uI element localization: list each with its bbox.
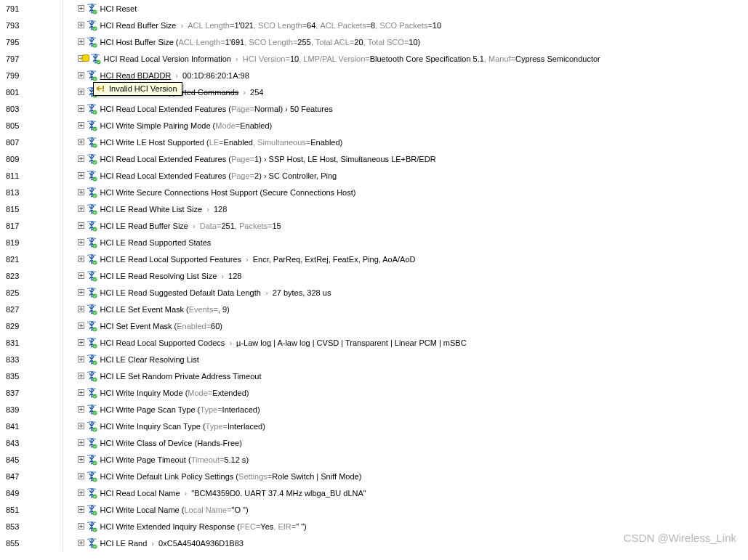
trace-row[interactable]: 809HCI Read Local Extended Features (Pag… xyxy=(0,150,748,167)
trace-row[interactable]: 803HCI Read Local Extended Features (Pag… xyxy=(0,100,748,117)
expand-icon[interactable] xyxy=(78,89,84,95)
param-value: 5.12 s xyxy=(224,455,246,464)
trace-row[interactable]: 849HCI Read Local Name › "BCM4359D0. UAR… xyxy=(0,484,748,501)
expand-icon[interactable] xyxy=(78,72,84,78)
expand-icon[interactable] xyxy=(78,506,84,513)
trace-row[interactable]: 833HCI LE Clear Resolving List xyxy=(0,351,748,368)
trace-row[interactable]: 823HCI LE Read Resolving List Size › 128 xyxy=(0,267,748,284)
trace-row[interactable]: 807HCI Write LE Host Supported (LE=Enabl… xyxy=(0,134,748,150)
trace-row[interactable]: 853HCI Write Extended Inquiry Response (… xyxy=(0,518,748,535)
frame-number: 829 xyxy=(0,317,63,334)
param-value: "O " xyxy=(232,506,246,514)
separator-icon: › xyxy=(171,71,182,80)
expand-icon[interactable] xyxy=(78,206,84,212)
trace-row[interactable]: 821HCI LE Read Local Supported Features … xyxy=(0,251,748,267)
param-key: Type xyxy=(206,422,223,431)
trace-row[interactable]: 829HCI Set Event Mask (Enabled=60) xyxy=(0,317,748,334)
expand-icon[interactable] xyxy=(78,189,84,195)
frame-number: 807 xyxy=(0,134,63,150)
expand-icon[interactable] xyxy=(78,456,84,463)
packet-title: HCI Read Local Extended Features xyxy=(100,155,227,163)
trace-row[interactable]: 841HCI Write Inquiry Scan Type (Type=Int… xyxy=(0,418,748,434)
frame-number: 791 xyxy=(0,0,63,17)
bluetooth-packet-icon xyxy=(86,320,97,332)
trace-row[interactable]: 813HCI Write Secure Connections Host Sup… xyxy=(0,184,748,200)
expand-icon[interactable] xyxy=(78,289,84,296)
frame-summary: HCI Read Local Supported Codecs › µ-Law … xyxy=(63,334,748,351)
expand-icon[interactable] xyxy=(78,5,84,12)
tooltip-arrow-icon xyxy=(97,85,107,94)
expand-icon[interactable] xyxy=(78,523,84,529)
trace-row[interactable]: 799HCI Read BDADDR › 00:1D:86:20:1A:98 xyxy=(0,67,748,84)
expand-icon[interactable] xyxy=(78,439,84,446)
bluetooth-packet-icon xyxy=(86,153,97,165)
trace-row[interactable]: 835HCI LE Set Random Private Address Tim… xyxy=(0,368,748,384)
trace-row[interactable]: 805HCI Write Simple Pairing Mode (Mode=E… xyxy=(0,117,748,134)
param-value: µ-Law log | A-law log | CVSD | Transpare… xyxy=(236,338,467,347)
trace-row[interactable]: 827HCI LE Set Event Mask (Events=, 9) xyxy=(0,301,748,317)
expand-icon[interactable] xyxy=(78,473,84,479)
bluetooth-packet-icon xyxy=(86,120,97,131)
trace-row[interactable]: 793HCI Read Buffer Size › ACL Length=1'0… xyxy=(0,17,748,33)
trace-row[interactable]: 791HCI Reset xyxy=(0,0,748,17)
trace-row[interactable]: 847HCI Write Default Link Policy Setting… xyxy=(0,468,748,484)
expand-icon[interactable] xyxy=(78,256,84,262)
trace-row[interactable]: 811HCI Read Local Extended Features (Pag… xyxy=(0,167,748,184)
expand-icon[interactable] xyxy=(78,239,84,245)
param-key: Timeout xyxy=(191,455,220,464)
trace-row[interactable]: 825HCI LE Read Suggested Default Data Le… xyxy=(0,284,748,301)
expand-icon[interactable] xyxy=(78,139,84,145)
frame-summary: HCI Read Local Extended Features (Page=1… xyxy=(63,150,748,167)
trace-row[interactable]: 831HCI Read Local Supported Codecs › µ-L… xyxy=(0,334,748,351)
param-value: Interlaced xyxy=(222,405,257,414)
trace-row[interactable]: 843HCI Write Class of Device (Hands-Free… xyxy=(0,434,748,451)
param-value: 1'691 xyxy=(225,38,245,46)
warning-overlay-icon xyxy=(82,54,89,62)
bluetooth-packet-icon xyxy=(86,354,97,365)
trace-row[interactable]: 817HCI LE Read Buffer Size › Data=251, P… xyxy=(0,217,748,234)
bluetooth-packet-icon xyxy=(86,387,97,399)
param-value: Enabled xyxy=(310,138,339,147)
trace-row[interactable]: 795HCI Host Buffer Size (ACL Length=1'69… xyxy=(0,33,748,50)
trace-row[interactable]: 815HCI LE Read White List Size › 128 xyxy=(0,200,748,217)
trace-row[interactable]: 819HCI LE Read Supported States xyxy=(0,234,748,251)
frame-number: 823 xyxy=(0,267,63,284)
expand-icon[interactable] xyxy=(78,389,84,396)
trace-row[interactable]: 845HCI Write Page Timeout (Timeout=5.12 … xyxy=(0,451,748,468)
frame-number: 813 xyxy=(0,184,63,200)
param-key: Page xyxy=(231,105,250,113)
separator-icon: › xyxy=(147,539,158,548)
expand-icon[interactable] xyxy=(78,122,84,129)
packet-title: HCI Read Buffer Size xyxy=(100,21,177,30)
param-value: 10 xyxy=(409,38,417,46)
expand-icon[interactable] xyxy=(78,406,84,413)
expand-icon[interactable] xyxy=(78,306,84,312)
frame-number: 811 xyxy=(0,167,63,184)
trace-row[interactable]: 839HCI Write Page Scan Type (Type=Interl… xyxy=(0,401,748,418)
expand-icon[interactable] xyxy=(78,22,84,28)
trace-row[interactable]: 855HCI LE Rand › 0xC5A4540A936D1B83 xyxy=(0,535,748,551)
frame-number: 817 xyxy=(0,217,63,234)
expand-icon[interactable] xyxy=(78,356,84,362)
param-value: 251 xyxy=(221,222,234,230)
expand-icon[interactable] xyxy=(78,322,84,329)
trace-row[interactable]: 851HCI Write Local Name (Local Name="O "… xyxy=(0,501,748,518)
expand-icon[interactable] xyxy=(78,172,84,179)
expand-icon[interactable] xyxy=(78,339,84,346)
expand-icon[interactable] xyxy=(78,105,84,112)
expand-icon[interactable] xyxy=(78,373,84,379)
expand-icon[interactable] xyxy=(78,423,84,429)
expand-icon[interactable] xyxy=(78,222,84,229)
packet-title: HCI Write Page Scan Type xyxy=(100,405,196,414)
expand-icon[interactable] xyxy=(78,490,84,496)
expand-icon[interactable] xyxy=(78,38,84,45)
trace-row[interactable]: 797HCI Read Local Version Information › … xyxy=(0,50,748,67)
frame-number: 841 xyxy=(0,418,63,434)
expand-icon[interactable] xyxy=(78,272,84,279)
packet-title: HCI Write Secure Connections Host Suppor… xyxy=(100,188,356,197)
param-value: 255 xyxy=(297,38,310,46)
trace-row[interactable]: 837HCI Write Inquiry Mode (Mode=Extended… xyxy=(0,384,748,401)
expand-icon[interactable] xyxy=(78,155,84,162)
expand-icon[interactable] xyxy=(78,540,84,546)
frame-number: 815 xyxy=(0,200,63,217)
